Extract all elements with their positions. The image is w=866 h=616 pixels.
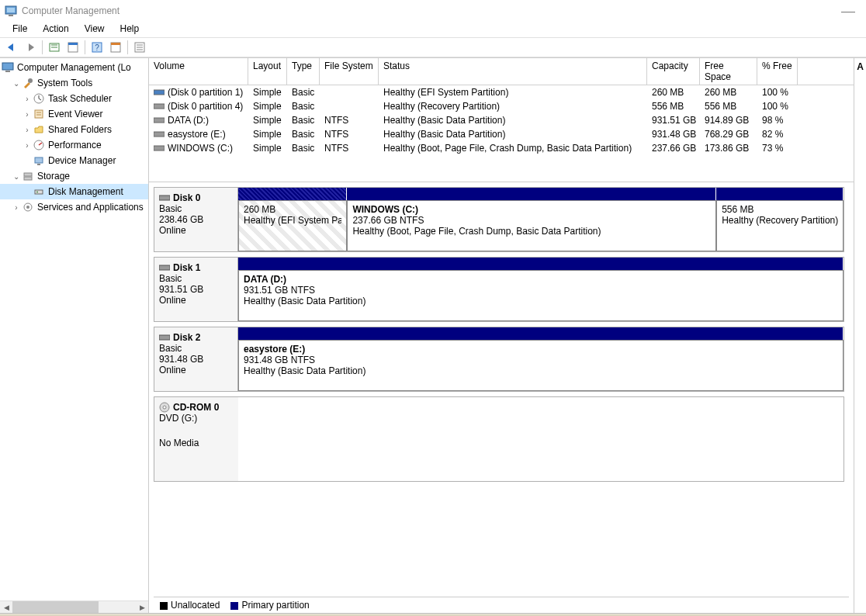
- expand-icon[interactable]: ›: [11, 203, 22, 212]
- volume-filesystem: NTFS: [320, 113, 379, 127]
- partition-status: Healthy (Boot, Page File, Crash Dump, Ba…: [352, 226, 711, 237]
- properties-button[interactable]: [64, 39, 81, 56]
- volume-row[interactable]: (Disk 0 partition 4)SimpleBasicHealthy (…: [149, 99, 854, 113]
- legend-label: Unallocated: [171, 600, 220, 611]
- disk-info[interactable]: Disk 0Basic238.46 GBOnline: [154, 188, 238, 251]
- scroll-left-button[interactable]: ◀: [0, 601, 12, 614]
- volume-filesystem: NTFS: [320, 141, 379, 155]
- tree-label: Task Scheduler: [48, 93, 112, 104]
- volume-filesystem: NTFS: [320, 127, 379, 141]
- svg-rect-12: [5, 71, 10, 72]
- expand-icon[interactable]: ›: [22, 110, 33, 119]
- tree-device-manager[interactable]: Device Manager: [0, 153, 148, 168]
- forward-button[interactable]: [22, 39, 39, 56]
- expand-icon[interactable]: ›: [22, 141, 33, 150]
- titlebar: Computer Management —: [0, 0, 866, 22]
- actions-pane-collapsed[interactable]: A: [854, 58, 866, 613]
- refresh-button[interactable]: [46, 39, 63, 56]
- help-button[interactable]: ?: [88, 39, 106, 56]
- tree-performance[interactable]: › Performance: [0, 137, 148, 153]
- partition[interactable]: DATA (D:)931.51 GB NTFSHealthy (Basic Da…: [238, 270, 843, 321]
- volume-row[interactable]: easystore (E:)SimpleBasicNTFSHealthy (Ba…: [149, 127, 854, 141]
- tree-label: Shared Folders: [48, 124, 112, 135]
- svg-rect-18: [37, 164, 40, 165]
- menu-action[interactable]: Action: [35, 22, 76, 37]
- partition[interactable]: WINDOWS (C:)237.66 GB NTFSHealthy (Boot,…: [347, 200, 716, 251]
- volume-pctfree: 98 %: [757, 113, 798, 127]
- partition[interactable]: easystore (E:)931.48 GB NTFSHealthy (Bas…: [238, 340, 843, 391]
- svg-rect-2: [9, 15, 13, 16]
- cdrom-icon: [159, 402, 170, 413]
- disk-info[interactable]: Disk 2Basic931.48 GBOnline: [154, 327, 238, 391]
- volume-name: WINDOWS (C:): [168, 141, 233, 155]
- col-type[interactable]: Type: [287, 58, 320, 85]
- tree-storage[interactable]: ⌄ Storage: [0, 168, 148, 184]
- minimize-button[interactable]: —: [835, 3, 861, 19]
- volume-row[interactable]: WINDOWS (C:)SimpleBasicNTFSHealthy (Boot…: [149, 141, 854, 155]
- collapse-icon[interactable]: ⌄: [11, 79, 22, 88]
- col-status[interactable]: Status: [379, 58, 647, 85]
- svg-rect-27: [154, 118, 165, 123]
- scroll-right-button[interactable]: ▶: [136, 601, 148, 614]
- volume-capacity: 931.48 GB: [647, 127, 700, 141]
- disk-body: easystore (E:)931.48 GB NTFSHealthy (Bas…: [238, 340, 843, 391]
- menu-file[interactable]: File: [5, 22, 35, 37]
- shared-folders-icon: [33, 123, 45, 136]
- volume-table-body: (Disk 0 partition 1)SimpleBasicHealthy (…: [149, 85, 854, 155]
- scroll-track[interactable]: [12, 601, 136, 614]
- list-button[interactable]: [131, 39, 148, 56]
- cdrom-empty: [238, 397, 843, 481]
- collapse-icon[interactable]: ⌄: [11, 172, 22, 181]
- cdrom-block[interactable]: CD-ROM 0DVD (G:)No Media: [154, 396, 844, 482]
- svg-rect-29: [154, 146, 165, 151]
- col-filesystem[interactable]: File System: [320, 58, 379, 85]
- volume-status: Healthy (Basic Data Partition): [379, 113, 647, 127]
- tree-label: Performance: [48, 140, 102, 151]
- partition[interactable]: 556 MBHealthy (Recovery Partition): [716, 200, 843, 251]
- disk-partitions: 260 MBHealthy (EFI System PartitiWINDOWS…: [238, 188, 843, 251]
- navigation-tree[interactable]: Computer Management (Lo ⌄ System Tools ›…: [0, 58, 148, 600]
- disk-block[interactable]: Disk 2Basic931.48 GBOnlineeasystore (E:)…: [154, 327, 844, 392]
- col-capacity[interactable]: Capacity: [647, 58, 700, 85]
- tree-pane: Computer Management (Lo ⌄ System Tools ›…: [0, 58, 149, 613]
- disk-icon: [159, 264, 170, 272]
- tree-disk-management[interactable]: Disk Management: [0, 184, 148, 199]
- menu-view[interactable]: View: [77, 22, 113, 37]
- cdrom-name: CD-ROM 0: [159, 402, 234, 413]
- volume-row[interactable]: DATA (D:)SimpleBasicNTFSHealthy (Basic D…: [149, 113, 854, 127]
- back-button[interactable]: [3, 39, 20, 56]
- col-pctfree[interactable]: % Free: [757, 58, 798, 85]
- partition[interactable]: 260 MBHealthy (EFI System Partiti: [238, 200, 347, 251]
- svg-rect-1: [7, 8, 15, 12]
- svg-rect-21: [35, 190, 43, 194]
- disk-type: Basic: [159, 203, 233, 214]
- disk-block[interactable]: Disk 1Basic931.51 GBOnlineDATA (D:)931.5…: [154, 257, 844, 322]
- disk-name: Disk 1: [159, 262, 233, 273]
- tree-services-apps[interactable]: › Services and Applications: [0, 199, 148, 215]
- volume-type: Basic: [287, 85, 320, 99]
- cdrom-info[interactable]: CD-ROM 0DVD (G:)No Media: [154, 397, 238, 481]
- volume-pctfree: 73 %: [757, 141, 798, 155]
- disk-info[interactable]: Disk 1Basic931.51 GBOnline: [154, 258, 238, 321]
- tree-hscrollbar[interactable]: ◀ ▶: [0, 600, 148, 613]
- col-volume[interactable]: Volume: [149, 58, 248, 85]
- col-layout[interactable]: Layout: [248, 58, 287, 85]
- tree-shared-folders[interactable]: › Shared Folders: [0, 122, 148, 137]
- col-free[interactable]: Free Space: [700, 58, 757, 85]
- disk-block[interactable]: Disk 0Basic238.46 GBOnline260 MBHealthy …: [154, 187, 844, 252]
- clock-icon: [33, 92, 45, 105]
- tree-event-viewer[interactable]: › Event Viewer: [0, 106, 148, 122]
- expand-icon[interactable]: ›: [22, 95, 33, 103]
- svg-rect-15: [35, 110, 43, 118]
- scroll-thumb[interactable]: [12, 601, 99, 614]
- svg-rect-11: [2, 63, 13, 70]
- volume-row[interactable]: (Disk 0 partition 1)SimpleBasicHealthy (…: [149, 85, 854, 99]
- tree-task-scheduler[interactable]: › Task Scheduler: [0, 91, 148, 106]
- tree-system-tools[interactable]: ⌄ System Tools: [0, 75, 148, 91]
- svg-rect-20: [24, 177, 32, 180]
- expand-icon[interactable]: ›: [22, 126, 33, 134]
- view-button[interactable]: [107, 39, 124, 56]
- menu-help[interactable]: Help: [113, 22, 147, 37]
- volume-table: Volume Layout Type File System Status Ca…: [149, 58, 854, 182]
- tree-root[interactable]: Computer Management (Lo: [0, 60, 148, 75]
